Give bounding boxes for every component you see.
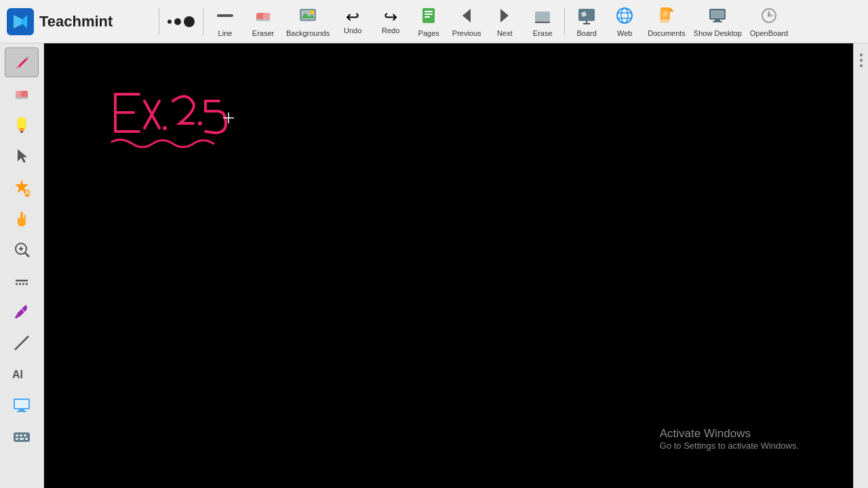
line-label: Line	[218, 29, 233, 37]
toolbar: Teachmint Line Eraser	[0, 0, 868, 43]
svg-rect-73	[860, 64, 863, 67]
svg-rect-71	[860, 54, 863, 56]
svg-rect-64	[14, 432, 30, 442]
svg-rect-33	[711, 10, 724, 18]
stroke-small[interactable]	[167, 20, 172, 24]
svg-point-23	[621, 8, 628, 23]
toolbar-item-erase[interactable]: Erase	[524, 0, 561, 43]
sidebar-tool-dropper[interactable]	[5, 297, 39, 327]
svg-rect-62	[19, 409, 24, 411]
toolbar-divider-3	[564, 8, 565, 35]
svg-point-74	[163, 126, 167, 130]
previous-label: Previous	[452, 29, 481, 37]
svg-rect-69	[20, 438, 24, 440]
redo-icon: ↪	[384, 9, 397, 25]
sidebar-tool-minus[interactable]	[5, 266, 39, 296]
sidebar-tool-pointer-star[interactable]	[5, 172, 39, 202]
toolbar-divider-2	[203, 8, 203, 35]
toolbar-item-eraser[interactable]: Eraser	[244, 0, 282, 43]
sidebar-tool-line[interactable]	[5, 328, 39, 358]
toolbar-item-undo[interactable]: ↩ Undo	[334, 0, 372, 43]
documents-icon	[657, 6, 676, 28]
left-sidebar: AI	[0, 43, 44, 488]
stroke-size-group	[162, 16, 200, 27]
svg-line-58	[15, 336, 28, 350]
sidebar-tool-keyboard[interactable]	[5, 422, 39, 451]
svg-rect-41	[16, 97, 28, 99]
right-panel	[853, 43, 868, 488]
sidebar-tool-text-ai[interactable]: AI	[5, 359, 39, 389]
svg-rect-6	[256, 19, 270, 21]
pages-icon	[419, 6, 438, 28]
sidebar-tool-select[interactable]	[5, 141, 39, 171]
svg-rect-70	[25, 438, 28, 440]
svg-rect-65	[16, 434, 18, 436]
stroke-large[interactable]	[184, 16, 195, 27]
open-board-label: OpenBoard	[750, 29, 788, 37]
erase-icon	[533, 6, 552, 28]
svg-marker-15	[462, 9, 471, 22]
next-label: Next	[497, 29, 513, 37]
right-panel-settings[interactable]	[854, 49, 868, 76]
toolbar-item-open-board[interactable]: OpenBoard	[746, 0, 792, 43]
backgrounds-label: Backgrounds	[286, 29, 330, 37]
svg-rect-67	[24, 434, 26, 436]
sidebar-tool-zoom-in[interactable]	[5, 235, 39, 264]
svg-rect-72	[860, 59, 863, 62]
sidebar-tool-hand[interactable]	[5, 203, 39, 233]
svg-marker-27	[670, 7, 674, 12]
toolbar-item-previous[interactable]: Previous	[448, 0, 486, 43]
svg-rect-35	[713, 21, 722, 22]
svg-rect-12	[425, 11, 433, 12]
toolbar-item-next[interactable]: Next	[486, 0, 524, 43]
svg-point-10	[310, 10, 314, 14]
line-icon	[216, 6, 235, 28]
svg-line-54	[25, 253, 29, 257]
svg-rect-66	[20, 434, 22, 436]
redo-label: Redo	[382, 26, 399, 35]
web-icon	[615, 6, 634, 28]
stroke-medium[interactable]	[174, 18, 181, 25]
pages-label: Pages	[418, 29, 439, 37]
backgrounds-icon	[298, 6, 317, 28]
toolbar-item-board[interactable]: Board	[568, 0, 606, 43]
toolbar-item-show-desktop[interactable]: Show Desktop	[690, 0, 746, 43]
show-desktop-label: Show Desktop	[694, 29, 742, 37]
svg-text:AI: AI	[12, 369, 23, 380]
canvas-area[interactable]: Activate Windows Go to Settings to activ…	[44, 43, 853, 488]
logo-text: Teachmint	[39, 13, 113, 30]
svg-point-47	[24, 190, 30, 195]
svg-rect-68	[16, 438, 18, 440]
svg-rect-17	[535, 12, 550, 22]
toolbar-item-pages[interactable]: Pages	[410, 0, 448, 43]
svg-rect-34	[715, 20, 720, 21]
eraser-label: Eraser	[252, 29, 274, 37]
previous-icon	[457, 6, 476, 28]
toolbar-item-web[interactable]: Web	[606, 0, 644, 43]
toolbar-item-documents[interactable]: Documents	[644, 0, 690, 43]
sidebar-tool-screen[interactable]	[5, 390, 39, 420]
svg-rect-19	[578, 9, 595, 21]
toolbar-item-backgrounds[interactable]: Backgrounds	[282, 0, 334, 43]
svg-rect-11	[422, 8, 435, 23]
next-icon	[495, 6, 514, 28]
svg-rect-14	[425, 16, 430, 18]
svg-rect-31	[660, 11, 669, 23]
eraser-icon	[254, 6, 273, 28]
svg-rect-3	[217, 14, 233, 17]
toolbar-item-redo[interactable]: ↪ Redo	[372, 0, 410, 43]
svg-rect-63	[17, 411, 26, 412]
sidebar-tool-highlighter[interactable]	[5, 110, 39, 140]
svg-marker-45	[18, 149, 27, 163]
logo-area: Teachmint	[0, 0, 156, 43]
show-desktop-icon	[708, 6, 727, 28]
svg-rect-42	[18, 118, 26, 129]
sidebar-tool-eraser[interactable]	[5, 79, 39, 108]
open-board-icon	[760, 6, 778, 28]
svg-point-22	[617, 8, 632, 23]
sidebar-tool-pen[interactable]	[5, 47, 39, 77]
toolbar-item-line[interactable]: Line	[206, 0, 244, 43]
svg-rect-13	[425, 14, 433, 15]
documents-label: Documents	[648, 29, 686, 37]
board-icon	[577, 6, 596, 28]
